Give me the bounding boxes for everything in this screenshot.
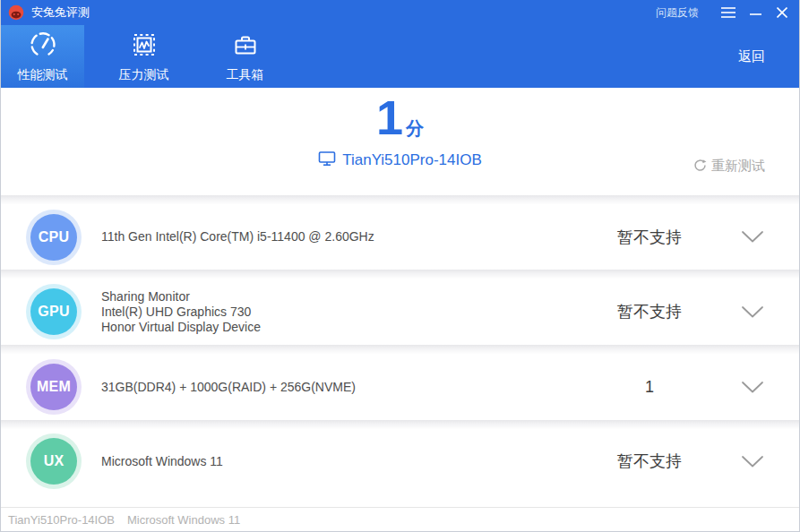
mem-description: 31GB(DDR4) + 1000G(RAID) + 256G(NVME) <box>101 380 356 395</box>
device-name: TianYi510Pro-14IOB <box>342 151 482 169</box>
device-line: TianYi510Pro-14IOB <box>318 150 482 170</box>
row-right: 暂不支持 <box>582 450 799 472</box>
spacer <box>1 493 799 507</box>
tab-label: 工具箱 <box>227 67 264 83</box>
retest-button[interactable]: 重新测试 <box>693 158 765 175</box>
retest-label: 重新测试 <box>711 158 765 175</box>
app-window: 安兔兔评测 问题反馈 <box>0 0 800 532</box>
footer-os-name: Microsoft Windows 11 <box>127 513 240 527</box>
score-section: 1 分 TianYi510Pro-14IOB 重新测试 <box>1 88 799 195</box>
title-bar: 安兔兔评测 问题反馈 <box>1 0 799 25</box>
score-value: 1 <box>376 93 403 142</box>
app-title: 安兔兔评测 <box>31 4 90 21</box>
menu-icon[interactable] <box>715 0 742 25</box>
component-row-ux[interactable]: UX Microsoft Windows 11 暂不支持 <box>1 429 799 493</box>
toolbox-icon <box>231 30 260 63</box>
monitor-icon <box>318 150 336 170</box>
minimize-button[interactable] <box>742 0 769 25</box>
component-row-gpu[interactable]: GPU Sharing Monitor Intel(R) UHD Graphic… <box>1 279 799 345</box>
refresh-icon <box>693 159 707 175</box>
mem-score: 1 <box>582 378 717 397</box>
footer-device-name: TianYi510Pro-14IOB <box>8 513 115 527</box>
component-row-mem[interactable]: MEM 31GB(DDR4) + 1000G(RAID) + 256G(NVME… <box>1 354 799 420</box>
row-right: 暂不支持 <box>582 301 799 322</box>
chevron-down-icon[interactable] <box>742 231 763 243</box>
back-button[interactable]: 返回 <box>738 48 765 65</box>
separator <box>1 420 799 429</box>
cpu-badge: CPU <box>26 210 82 265</box>
mem-badge: MEM <box>26 359 82 415</box>
tab-stress-test[interactable]: 压力测试 <box>102 25 185 88</box>
titlebar-controls: 问题反馈 <box>656 0 799 25</box>
chip-icon <box>130 30 159 63</box>
gpu-badge: GPU <box>26 284 82 339</box>
gpu-description: Sharing Monitor Intel(R) UHD Graphics 73… <box>101 289 261 335</box>
separator <box>1 270 799 279</box>
tab-bar: 性能测试 压力测试 工具箱 返回 <box>1 25 799 88</box>
tab-label: 压力测试 <box>119 67 169 83</box>
feedback-link[interactable]: 问题反馈 <box>656 5 699 21</box>
ux-description: Microsoft Windows 11 <box>101 454 223 469</box>
ux-status: 暂不支持 <box>582 450 717 472</box>
ux-badge: UX <box>26 433 82 489</box>
close-button[interactable] <box>769 0 796 25</box>
row-right: 1 <box>582 378 799 397</box>
chevron-down-icon[interactable] <box>742 306 763 318</box>
separator <box>1 345 799 354</box>
cpu-status: 暂不支持 <box>582 227 717 248</box>
total-score: 1 分 <box>376 93 424 142</box>
score-unit: 分 <box>406 116 424 141</box>
chevron-down-icon[interactable] <box>742 456 763 468</box>
antutu-logo-icon <box>8 4 24 21</box>
gpu-status: 暂不支持 <box>582 301 717 322</box>
chevron-down-icon[interactable] <box>742 382 763 393</box>
row-right: 暂不支持 <box>582 227 799 248</box>
status-bar: TianYi510Pro-14IOB Microsoft Windows 11 <box>1 507 799 531</box>
gauge-icon <box>29 30 57 63</box>
component-row-cpu[interactable]: CPU 11th Gen Intel(R) Core(TM) i5-11400 … <box>1 204 799 270</box>
tab-label: 性能测试 <box>18 67 68 83</box>
tab-performance-test[interactable]: 性能测试 <box>1 25 84 88</box>
separator <box>1 195 799 204</box>
tab-toolbox[interactable]: 工具箱 <box>203 25 287 88</box>
cpu-description: 11th Gen Intel(R) Core(TM) i5-11400 @ 2.… <box>101 229 374 245</box>
